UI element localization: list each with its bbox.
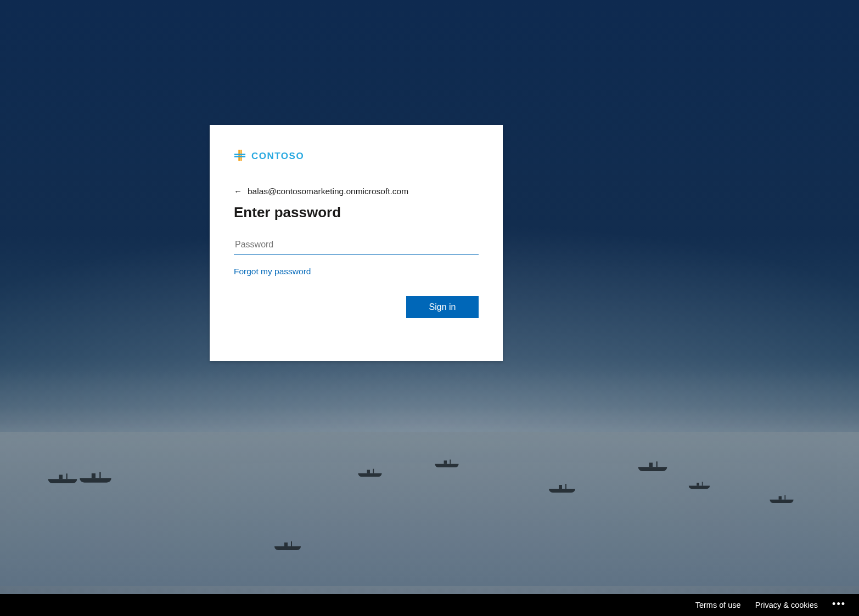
forgot-password-row: Forgot my password [234,267,479,276]
terms-link[interactable]: Terms of use [695,601,741,609]
ship-silhouette [358,468,381,477]
forgot-password-link[interactable]: Forgot my password [234,267,311,276]
back-arrow-icon[interactable]: ← [234,187,242,195]
background-sea [0,432,859,586]
ship-silhouette [435,459,458,467]
svg-rect-2 [234,154,245,155]
ship-silhouette [48,472,77,483]
password-field-wrapper [234,236,479,255]
ship-silhouette [549,483,575,493]
footer-bar: Terms of use Privacy & cookies ••• [0,594,859,616]
actions-row: Sign in [234,296,479,318]
ship-silhouette [770,494,793,503]
password-input[interactable] [234,236,479,255]
signin-card: CONTOSO ← balas@contosomarketing.onmicro… [210,125,503,361]
brand-name: CONTOSO [251,151,304,162]
ship-silhouette [689,481,710,489]
signin-button[interactable]: Sign in [406,296,479,318]
identity-row[interactable]: ← balas@contosomarketing.onmicrosoft.com [234,187,479,196]
ship-silhouette [80,471,111,483]
brand-logo: CONTOSO [234,149,479,163]
privacy-link[interactable]: Privacy & cookies [755,601,818,609]
ship-silhouette [638,460,667,471]
contoso-logo-icon [234,149,246,163]
ship-silhouette [274,540,301,550]
card-title: Enter password [234,204,479,221]
svg-rect-3 [234,156,245,157]
identity-email: balas@contosomarketing.onmicrosoft.com [248,187,408,196]
